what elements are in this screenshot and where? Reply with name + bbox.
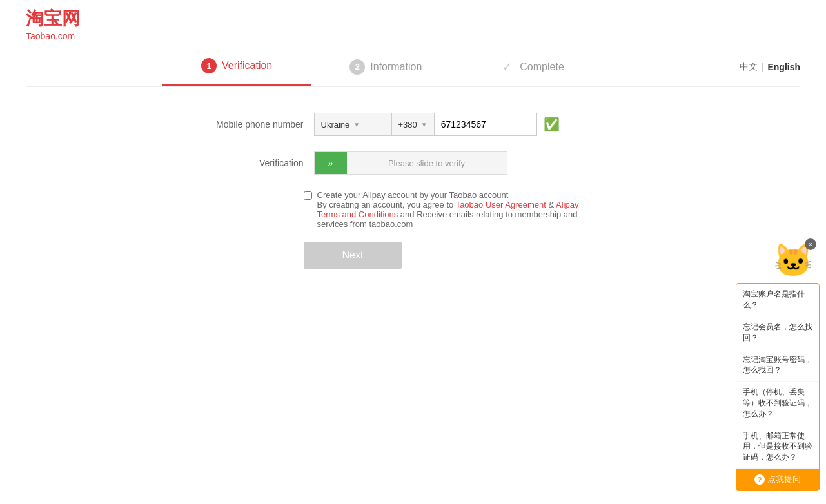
step-3-label: Complete [520,61,564,73]
logo: 淘宝网 Taobao.com [26,6,80,41]
country-name: Ukraine [321,120,350,130]
slider-handle[interactable]: » [315,152,347,174]
country-code: +380 ▼ [391,113,434,136]
help-menu: 淘宝账户名是指什么？ 忘记会员名，怎么找回？ 忘记淘宝账号密码，怎么找回？ 手机… [736,283,820,295]
alipay-checkbox-text: Create your Alipay account by your Taoba… [317,190,588,229]
phone-check-icon: ✅ [544,117,560,132]
alipay-checkbox-row: Create your Alipay account by your Taoba… [123,190,703,229]
alipay-checkbox[interactable] [304,191,312,200]
step-2-label: Information [370,61,422,73]
country-select[interactable]: Ukraine ▼ [314,113,391,136]
country-code-chevron: ▼ [421,121,428,128]
chevron-down-icon: ▼ [353,121,360,128]
alipay-checkbox-label: Create your Alipay account by your Taoba… [317,190,509,200]
step-verification[interactable]: 1 Verification [162,48,311,86]
next-btn-row: Next [123,242,703,269]
nav-steps: 1 Verification 2 Information ✓ Complete … [0,48,826,86]
main-content: Mobile phone number Ukraine ▼ +380 ▼ ✅ V… [123,87,703,295]
step-2-circle: 2 [349,59,365,75]
complete-check-icon: ✓ [499,59,515,75]
step-1-circle: 1 [201,58,217,73]
phone-number-input[interactable] [434,113,537,136]
country-code-text: +380 [398,120,417,130]
help-close-button[interactable]: × [805,238,816,250]
steps-container: 1 Verification 2 Information ✓ Complete [26,48,740,86]
phone-input-group: Ukraine ▼ +380 ▼ ✅ [314,113,560,136]
header: 淘宝网 Taobao.com [0,0,826,48]
logo-main: 淘宝网 [26,6,80,31]
verification-row: Verification » Please slide to verify [123,151,703,175]
lang-separator: | [762,62,764,72]
verification-label: Verification [201,158,304,168]
help-widget: 🐱 × 淘宝账户名是指什么？ 忘记会员名，怎么找回？ 忘记淘宝账号密码，怎么找回… [736,280,813,295]
verification-slider[interactable]: » Please slide to verify [314,151,507,175]
step-information[interactable]: 2 Information [311,49,460,85]
taobao-agreement-link[interactable]: Taobao User Agreement [456,200,546,209]
step-complete[interactable]: ✓ Complete [460,49,602,85]
mobile-label: Mobile phone number [201,119,304,130]
step-1-label: Verification [222,60,272,72]
logo-sub: Taobao.com [26,31,80,41]
phone-row: Mobile phone number Ukraine ▼ +380 ▼ ✅ [123,113,703,136]
agreement-prefix: By creating an account, you agree to [317,200,454,209]
help-item-1[interactable]: 淘宝账户名是指什么？ [736,284,819,295]
next-button[interactable]: Next [304,242,402,269]
lang-en[interactable]: English [767,62,800,72]
slider-arrows-icon: » [328,158,333,168]
slider-text: Please slide to verify [347,159,507,168]
lang-cn[interactable]: 中文 [740,61,758,73]
lang-switcher: 中文 | English [740,51,800,83]
